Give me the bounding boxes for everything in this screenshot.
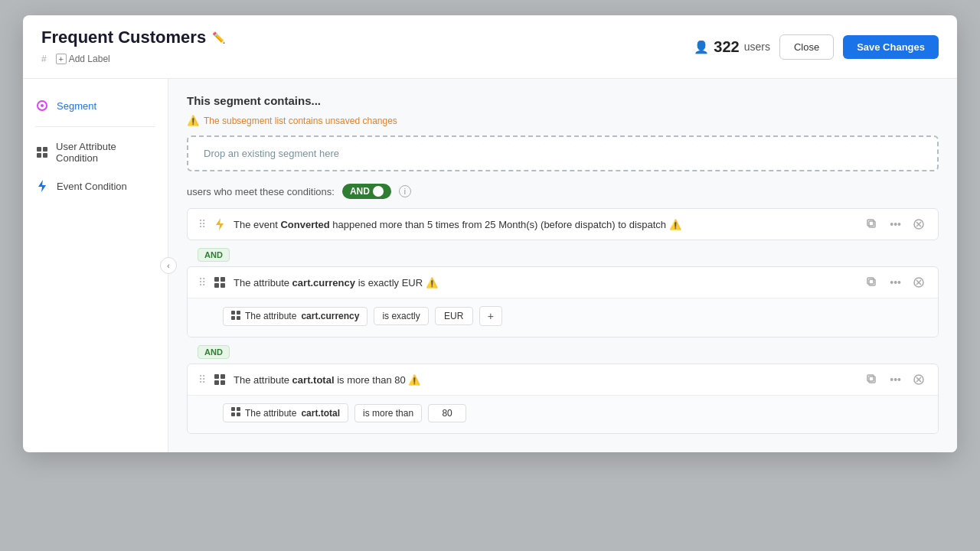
- event-name: Converted: [280, 219, 329, 230]
- total-editor-attr-label: The attribute: [245, 408, 296, 419]
- hash-label: #: [41, 54, 47, 64]
- svg-rect-16: [220, 283, 225, 288]
- svg-rect-29: [220, 380, 225, 385]
- currency-operator-chip[interactable]: is exactly: [374, 307, 428, 325]
- total-operator-chip[interactable]: is more than: [354, 404, 422, 422]
- svg-rect-27: [220, 374, 225, 379]
- svg-rect-5: [43, 153, 47, 158]
- add-label-text: Add Label: [69, 54, 110, 64]
- sidebar-item-event[interactable]: Event Condition: [23, 171, 168, 201]
- event-condition-text: The event Converted happened more than 5…: [234, 219, 858, 230]
- and-pill-2: AND: [198, 345, 230, 359]
- currency-more-button[interactable]: •••: [887, 275, 904, 290]
- total-attr-name: cart.total: [292, 374, 335, 386]
- sidebar-item-user-attribute[interactable]: User Attribute Condition: [23, 133, 168, 171]
- svg-rect-25: [237, 316, 240, 320]
- save-button[interactable]: Save Changes: [843, 35, 939, 59]
- main-content: This segment contains... ⚠️ The subsegme…: [168, 79, 957, 452]
- segment-icon: [35, 99, 49, 112]
- currency-editor-row: The attribute cart.currency is exactly E…: [223, 306, 927, 326]
- drag-handle-currency[interactable]: ⠿: [198, 276, 206, 289]
- grid-icon: [35, 145, 48, 159]
- currency-value: EUR: [444, 311, 463, 321]
- total-text-prefix: The attribute: [234, 374, 292, 386]
- drop-zone[interactable]: Drop an existing segment here: [187, 135, 939, 171]
- total-condition-block: ⠿ The attribute cart.total: [187, 364, 939, 434]
- and-toggle[interactable]: AND: [342, 184, 391, 199]
- segment-contains-title: This segment contains...: [187, 94, 939, 107]
- sidebar: Segment User Attribute Condition: [23, 79, 168, 452]
- currency-text-suffix: is exactly EUR: [358, 277, 423, 289]
- svg-rect-8: [869, 221, 875, 227]
- edit-title-icon[interactable]: ✏️: [212, 31, 225, 44]
- total-value: 80: [442, 408, 452, 419]
- total-editor-row: The attribute cart.total is more than 80: [223, 403, 927, 422]
- svg-rect-15: [214, 283, 219, 288]
- event-copy-button[interactable]: [864, 217, 880, 231]
- total-condition-text: The attribute cart.total is more than 80…: [234, 374, 858, 386]
- currency-attr-chip[interactable]: The attribute cart.currency: [223, 307, 368, 326]
- currency-warning-badge: ⚠️: [426, 277, 438, 289]
- svg-rect-4: [37, 153, 41, 158]
- total-attr-chip[interactable]: The attribute cart.total: [223, 403, 348, 422]
- warning-message: The subsegment list contains unsaved cha…: [204, 116, 397, 126]
- sidebar-item-event-label: Event Condition: [57, 181, 127, 192]
- total-delete-button[interactable]: [910, 373, 927, 386]
- total-more-button[interactable]: •••: [887, 372, 904, 387]
- warning-icon: ⚠️: [187, 115, 199, 126]
- event-condition-row: ⠿ The event Converted happened more than…: [188, 209, 938, 240]
- currency-condition-actions: •••: [864, 275, 927, 290]
- and-toggle-label: AND: [350, 186, 370, 197]
- sidebar-item-segment[interactable]: Segment: [23, 91, 168, 120]
- event-text-suffix: happened more than 5 times from 25 Month…: [332, 219, 666, 230]
- add-label-button[interactable]: + Add Label: [53, 52, 113, 66]
- and-separator-1: AND: [187, 243, 939, 266]
- conditions-label: users who meet these conditions:: [187, 186, 335, 197]
- add-label-plus-icon: +: [56, 54, 67, 64]
- modal-header: Frequent Customers ✏️ # + Add Label 👤 32…: [23, 15, 957, 79]
- svg-rect-18: [867, 278, 874, 284]
- svg-rect-30: [869, 377, 875, 383]
- currency-delete-button[interactable]: [910, 276, 927, 289]
- total-operator-label: is more than: [363, 408, 413, 419]
- drag-handle-total[interactable]: ⠿: [198, 373, 206, 386]
- modal-title: Frequent Customers: [41, 28, 206, 47]
- currency-add-button[interactable]: +: [479, 306, 502, 326]
- event-condition-block: ⠿ The event Converted happened more than…: [187, 208, 939, 240]
- svg-rect-38: [237, 412, 240, 416]
- currency-copy-button[interactable]: [864, 276, 880, 289]
- svg-rect-37: [231, 412, 235, 416]
- currency-operator-label: is exactly: [382, 311, 420, 321]
- event-delete-button[interactable]: [910, 217, 927, 231]
- user-count-number: 322: [714, 38, 739, 56]
- currency-value-chip[interactable]: EUR: [435, 307, 473, 325]
- svg-marker-6: [38, 180, 46, 192]
- svg-rect-26: [214, 374, 219, 379]
- sidebar-divider: [35, 126, 155, 127]
- conditions-info-icon[interactable]: i: [399, 185, 411, 197]
- total-condition-row: ⠿ The attribute cart.total: [188, 364, 938, 395]
- svg-rect-3: [43, 147, 47, 152]
- event-more-button[interactable]: •••: [887, 217, 904, 232]
- drag-handle-event[interactable]: ⠿: [198, 218, 206, 230]
- collapse-sidebar-button[interactable]: ‹: [160, 257, 177, 274]
- users-label: users: [744, 41, 770, 53]
- currency-condition-row: ⠿ The attribute cart.currency: [188, 267, 938, 298]
- svg-point-1: [41, 104, 44, 107]
- svg-rect-28: [214, 380, 219, 385]
- total-value-chip[interactable]: 80: [428, 404, 466, 422]
- svg-rect-22: [231, 311, 235, 315]
- user-icon: 👤: [694, 40, 709, 54]
- total-inline-editor: The attribute cart.total is more than 80: [188, 395, 938, 433]
- user-count: 👤 322 users: [694, 38, 770, 56]
- currency-inline-editor: The attribute cart.currency is exactly E…: [188, 298, 938, 337]
- event-text-prefix: The event: [234, 219, 280, 230]
- total-editor-attr-bold: cart.total: [301, 408, 340, 419]
- conditions-header: users who meet these conditions: AND i: [187, 184, 939, 199]
- title-row: Frequent Customers ✏️: [41, 28, 225, 47]
- close-button[interactable]: Close: [779, 34, 834, 60]
- sidebar-item-user-attribute-label: User Attribute Condition: [56, 141, 155, 164]
- svg-marker-7: [216, 218, 224, 230]
- unsaved-warning: ⚠️ The subsegment list contains unsaved …: [187, 115, 939, 126]
- total-copy-button[interactable]: [864, 373, 880, 386]
